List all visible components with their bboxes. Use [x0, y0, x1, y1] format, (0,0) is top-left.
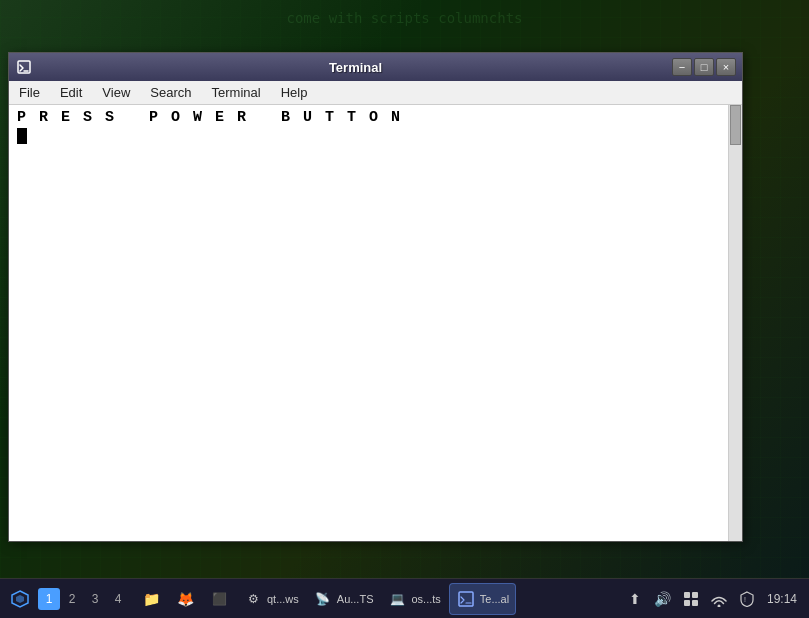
taskbar: 1 2 3 4 📁 🦊 ⬛ ⚙ qt...ws — [0, 578, 809, 618]
workspace-4[interactable]: 4 — [107, 588, 129, 610]
svg-rect-8 — [684, 600, 690, 606]
terminal-cursor-line — [17, 128, 734, 144]
te-al-icon — [456, 589, 476, 609]
os-ts-label: os...ts — [411, 593, 440, 605]
desktop: come with scripts columnchts Terminal − … — [0, 0, 809, 618]
tray-upload[interactable]: ⬆ — [623, 587, 647, 611]
svg-rect-7 — [692, 592, 698, 598]
menu-bar: File Edit View Search Terminal Help — [9, 81, 742, 105]
tray-network[interactable] — [707, 587, 731, 611]
files-icon: 📁 — [141, 589, 161, 609]
menu-view[interactable]: View — [92, 81, 140, 104]
terminal-title-icon — [15, 58, 33, 76]
scrollbar-thumb[interactable] — [730, 105, 741, 145]
menu-terminal[interactable]: Terminal — [202, 81, 271, 104]
minimize-button[interactable]: − — [672, 58, 692, 76]
title-bar: Terminal − □ × — [9, 53, 742, 81]
svg-rect-4 — [459, 592, 473, 606]
terminal-output-line: P R E S S P O W E R B U T T O N — [17, 109, 734, 126]
svg-point-10 — [717, 604, 720, 607]
te-al-label: Te...al — [480, 593, 509, 605]
menu-file[interactable]: File — [9, 81, 50, 104]
workspace-1[interactable]: 1 — [38, 588, 60, 610]
taskbar-app-te-al[interactable]: Te...al — [449, 583, 516, 615]
window-title: Terminal — [39, 60, 672, 75]
workspace-3[interactable]: 3 — [84, 588, 106, 610]
qt-ws-icon: ⚙ — [243, 589, 263, 609]
workspace-2[interactable]: 2 — [61, 588, 83, 610]
svg-text:!: ! — [744, 596, 746, 603]
system-clock[interactable]: 19:14 — [763, 592, 801, 606]
terminal-cursor — [17, 128, 27, 144]
menu-edit[interactable]: Edit — [50, 81, 92, 104]
taskbar-right: ⬆ 🔊 ! — [623, 587, 805, 611]
taskbar-left: 1 2 3 4 📁 🦊 ⬛ ⚙ qt...ws — [4, 583, 516, 615]
taskbar-logo[interactable] — [4, 583, 36, 615]
taskbar-app-terminal-launcher[interactable]: ⬛ — [203, 583, 235, 615]
terminal-window: Terminal − □ × File Edit View Search Ter… — [8, 52, 743, 542]
workspace-switcher: 1 2 3 4 — [38, 588, 129, 610]
desktop-bg-text: come with scripts columnchts — [0, 10, 809, 26]
window-controls: − □ × — [672, 58, 736, 76]
au-ts-icon: 📡 — [313, 589, 333, 609]
terminal-content[interactable]: P R E S S P O W E R B U T T O N — [9, 105, 742, 541]
qt-ws-label: qt...ws — [267, 593, 299, 605]
au-ts-label: Au...TS — [337, 593, 374, 605]
taskbar-app-files[interactable]: 📁 — [135, 583, 167, 615]
scrollbar[interactable] — [728, 105, 742, 541]
taskbar-app-au-ts[interactable]: 📡 Au...TS — [307, 583, 380, 615]
close-button[interactable]: × — [716, 58, 736, 76]
svg-rect-6 — [684, 592, 690, 598]
tray-apps[interactable] — [679, 587, 703, 611]
taskbar-app-os-ts[interactable]: 💻 os...ts — [381, 583, 446, 615]
svg-marker-3 — [16, 595, 24, 603]
tray-sound[interactable]: 🔊 — [651, 587, 675, 611]
taskbar-app-qt-ws[interactable]: ⚙ qt...ws — [237, 583, 305, 615]
taskbar-app-firefox[interactable]: 🦊 — [169, 583, 201, 615]
menu-help[interactable]: Help — [271, 81, 318, 104]
tray-security[interactable]: ! — [735, 587, 759, 611]
os-ts-icon: 💻 — [387, 589, 407, 609]
svg-rect-9 — [692, 600, 698, 606]
firefox-icon: 🦊 — [175, 589, 195, 609]
menu-search[interactable]: Search — [140, 81, 201, 104]
terminal-launcher-icon: ⬛ — [209, 589, 229, 609]
maximize-button[interactable]: □ — [694, 58, 714, 76]
taskbar-apps: 📁 🦊 ⬛ ⚙ qt...ws 📡 Au...TS 💻 — [135, 583, 516, 615]
